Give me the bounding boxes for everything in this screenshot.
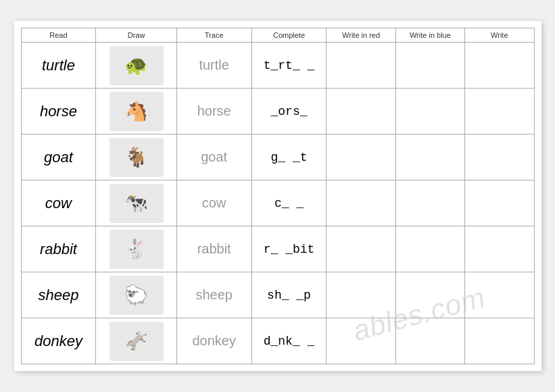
complete-cell: r_ _bit	[251, 226, 327, 272]
header-complete: Complete	[251, 28, 327, 43]
trace-cell: rabbit	[176, 226, 251, 272]
read-cell: sheep	[21, 272, 96, 318]
read-cell: turtle	[21, 43, 96, 89]
read-cell: donkey	[21, 318, 96, 364]
complete-word: _ors_	[270, 105, 307, 118]
worksheet: Read Draw Trace Complete Write in red Wr…	[14, 21, 541, 371]
write-cell[interactable]	[465, 180, 534, 226]
animal-image: 🐑	[110, 276, 164, 315]
table-body: turtle🐢turtlet_rt_ _horse🐴horse_ors_goat…	[21, 43, 534, 364]
write-cell[interactable]	[465, 89, 534, 134]
trace-word: cow	[202, 195, 226, 210]
complete-cell: _ors_	[251, 89, 327, 134]
trace-word: donkey	[192, 333, 236, 348]
draw-cell: 🐇	[96, 226, 176, 272]
animal-word: turtle	[42, 57, 75, 74]
write-blue-cell[interactable]	[395, 318, 464, 364]
trace-word: goat	[201, 149, 227, 164]
animal-word: cow	[45, 195, 72, 212]
animal-image: 🐴	[110, 92, 164, 131]
table-row: donkey🫏donkeyd_nk_ _	[21, 318, 534, 364]
trace-word: horse	[197, 103, 231, 118]
header-read: Read	[21, 28, 96, 43]
header-row: Read Draw Trace Complete Write in red Wr…	[21, 28, 534, 43]
complete-cell: g_ _t	[251, 134, 327, 180]
complete-word: t_rt_ _	[264, 59, 315, 72]
complete-word: r_ _bit	[264, 243, 315, 256]
header-write-red: Write in red	[327, 28, 395, 43]
write-red-cell[interactable]	[327, 318, 395, 364]
draw-cell: 🐐	[96, 134, 176, 180]
trace-cell: donkey	[176, 318, 251, 364]
animal-word: rabbit	[40, 241, 77, 258]
header-write: Write	[465, 28, 534, 43]
trace-cell: horse	[176, 89, 251, 134]
draw-cell: 🐑	[96, 272, 176, 318]
draw-cell: 🫏	[96, 318, 176, 364]
animal-image: 🐢	[110, 46, 164, 85]
table-row: goat🐐goatg_ _t	[21, 134, 534, 180]
header-write-blue: Write in blue	[395, 28, 464, 43]
complete-cell: d_nk_ _	[251, 318, 327, 364]
complete-word: d_nk_ _	[264, 335, 315, 348]
animal-word: donkey	[34, 333, 82, 349]
animal-word: sheep	[38, 287, 78, 303]
write-blue-cell[interactable]	[395, 226, 464, 272]
complete-cell: sh_ _p	[251, 272, 327, 318]
table-row: rabbit🐇rabbitr_ _bit	[21, 226, 534, 272]
write-red-cell[interactable]	[327, 226, 395, 272]
write-blue-cell[interactable]	[395, 89, 464, 134]
read-cell: rabbit	[21, 226, 96, 272]
complete-word: g_ _t	[270, 151, 307, 164]
animal-image: 🫏	[110, 322, 164, 361]
write-cell[interactable]	[465, 318, 534, 364]
animal-image: 🐐	[110, 138, 164, 177]
write-red-cell[interactable]	[327, 180, 395, 226]
draw-cell: 🐴	[96, 89, 176, 134]
write-blue-cell[interactable]	[395, 134, 464, 180]
trace-cell: cow	[176, 180, 251, 226]
write-blue-cell[interactable]	[395, 272, 464, 318]
worksheet-table: Read Draw Trace Complete Write in red Wr…	[21, 28, 535, 364]
animal-word: goat	[44, 149, 73, 166]
trace-word: sheep	[195, 287, 233, 302]
header-trace: Trace	[176, 28, 251, 43]
write-cell[interactable]	[465, 43, 534, 89]
animal-image: 🐇	[110, 230, 164, 269]
table-row: horse🐴horse_ors_	[21, 89, 534, 134]
trace-cell: turtle	[176, 43, 251, 89]
animal-word: horse	[40, 103, 77, 120]
write-blue-cell[interactable]	[395, 43, 464, 89]
write-cell[interactable]	[465, 272, 534, 318]
table-row: cow🐄cowc_ _	[21, 180, 534, 226]
trace-cell: goat	[176, 134, 251, 180]
table-row: turtle🐢turtlet_rt_ _	[21, 43, 534, 89]
complete-word: sh_ _p	[267, 289, 311, 302]
draw-cell: 🐢	[96, 43, 176, 89]
write-cell[interactable]	[465, 134, 534, 180]
read-cell: cow	[21, 180, 96, 226]
draw-cell: 🐄	[96, 180, 176, 226]
trace-word: turtle	[199, 57, 228, 72]
read-cell: goat	[21, 134, 96, 180]
trace-word: rabbit	[197, 241, 231, 256]
write-blue-cell[interactable]	[395, 180, 464, 226]
complete-cell: t_rt_ _	[251, 43, 327, 89]
complete-cell: c_ _	[251, 180, 327, 226]
write-red-cell[interactable]	[327, 134, 395, 180]
write-red-cell[interactable]	[327, 272, 395, 318]
trace-cell: sheep	[176, 272, 251, 318]
header-draw: Draw	[96, 28, 176, 43]
animal-image: 🐄	[110, 184, 164, 223]
write-red-cell[interactable]	[327, 43, 395, 89]
table-row: sheep🐑sheepsh_ _p	[21, 272, 534, 318]
write-cell[interactable]	[465, 226, 534, 272]
read-cell: horse	[21, 89, 96, 134]
complete-word: c_ _	[274, 197, 304, 210]
write-red-cell[interactable]	[327, 89, 395, 134]
